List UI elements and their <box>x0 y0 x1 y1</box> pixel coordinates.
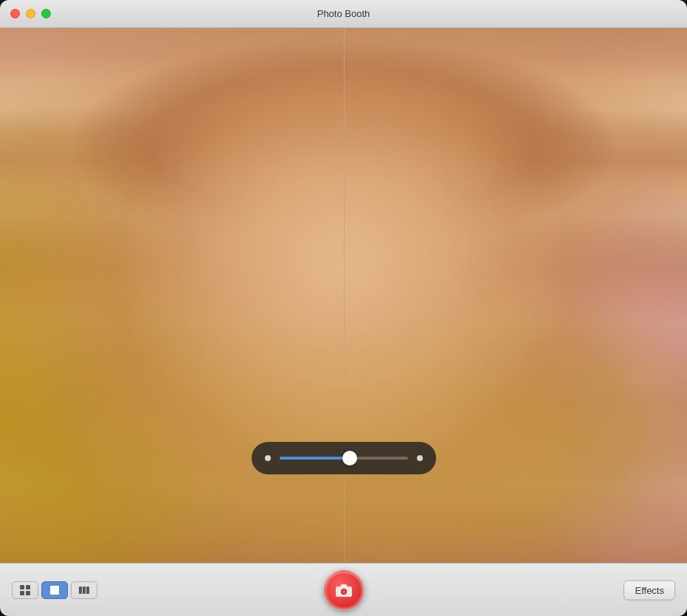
strip-view-button[interactable] <box>71 581 97 599</box>
svg-rect-0 <box>20 585 24 589</box>
svg-rect-3 <box>26 591 30 595</box>
svg-rect-4 <box>50 586 59 595</box>
capture-button-container <box>324 570 364 610</box>
effect-slider-overlay <box>252 442 436 474</box>
slider-fill <box>280 457 351 460</box>
svg-rect-2 <box>20 591 24 595</box>
capture-button[interactable] <box>324 570 364 610</box>
slider-track[interactable] <box>280 457 408 460</box>
minimize-button[interactable] <box>26 9 35 18</box>
slider-thumb[interactable] <box>342 451 357 466</box>
view-mode-buttons <box>12 581 97 599</box>
window-title: Photo Booth <box>317 8 370 19</box>
svg-point-9 <box>342 589 345 593</box>
single-view-button[interactable] <box>41 581 68 599</box>
maximize-button[interactable] <box>41 9 51 18</box>
svg-rect-6 <box>83 586 86 594</box>
camera-view <box>0 28 687 563</box>
svg-point-8 <box>341 589 347 595</box>
svg-rect-7 <box>86 586 89 594</box>
svg-rect-1 <box>26 585 30 589</box>
effects-button[interactable]: Effects <box>624 580 675 600</box>
bottom-toolbar: Effects <box>0 563 687 616</box>
mirror-seam-line <box>344 28 345 563</box>
title-bar: Photo Booth <box>0 0 687 28</box>
grid-view-button[interactable] <box>12 581 38 599</box>
app-window: Photo Booth <box>0 0 687 616</box>
close-button[interactable] <box>10 9 20 18</box>
slider-max-indicator <box>417 455 423 461</box>
slider-min-indicator <box>265 455 271 461</box>
photo-canvas <box>0 28 687 563</box>
traffic-lights <box>0 9 51 18</box>
svg-rect-5 <box>79 586 82 594</box>
camera-icon <box>335 583 353 598</box>
